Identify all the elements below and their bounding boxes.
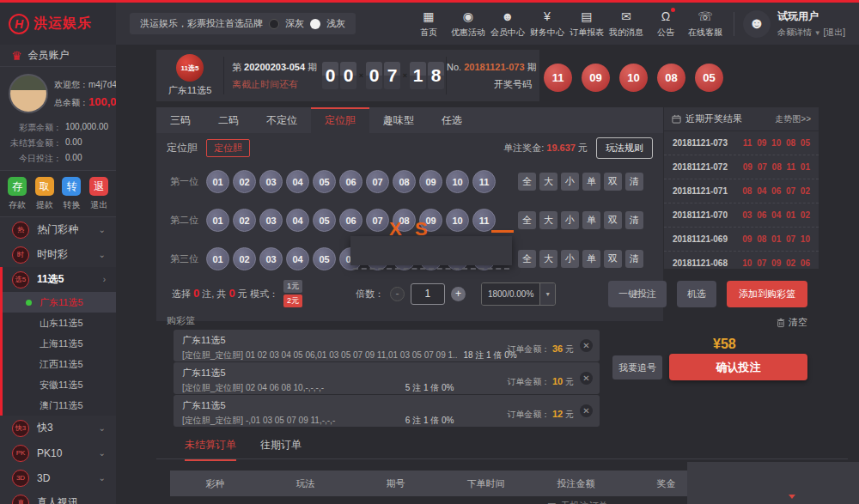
dark-theme-label[interactable]: 深灰	[285, 17, 304, 30]
number-ball[interactable]: 04	[286, 247, 309, 270]
menu-item[interactable]: 真 真人视讯	[0, 490, 116, 504]
chevron-down-icon[interactable]: ▼	[814, 29, 821, 37]
wallet-action[interactable]: 存 存款	[8, 177, 27, 211]
number-ball[interactable]: 03	[259, 170, 283, 193]
quick-select-button[interactable]: 大	[539, 250, 557, 268]
number-ball[interactable]: 05	[313, 170, 336, 193]
number-ball[interactable]: 04	[286, 209, 309, 232]
logout-link[interactable]: [退出]	[823, 27, 845, 37]
remove-item-button[interactable]: ✕	[580, 339, 593, 352]
quick-select-button[interactable]: 大	[539, 173, 557, 191]
quick-select-button[interactable]: 全	[518, 250, 536, 268]
multiplier-input[interactable]	[411, 283, 445, 305]
number-ball[interactable]: 06	[339, 170, 362, 193]
order-tab[interactable]: 未结算订单	[185, 438, 236, 461]
order-tab[interactable]: 往期订单	[260, 438, 302, 461]
trend-chart-link[interactable]: 走势图>>	[775, 113, 811, 125]
number-ball[interactable]: 04	[286, 170, 309, 193]
number-ball[interactable]: 02	[233, 247, 256, 270]
mode-2yuan-badge[interactable]: 2元	[283, 295, 302, 307]
add-to-basket-button[interactable]: 添加到购彩篮	[727, 281, 807, 307]
number-ball[interactable]: 03	[259, 247, 283, 270]
mode-1yuan-badge[interactable]: 1元	[283, 280, 302, 293]
quick-select-button[interactable]: 双	[604, 173, 622, 191]
number-ball[interactable]: 07	[366, 170, 389, 193]
number-ball[interactable]: 05	[313, 209, 336, 232]
balance-detail-link[interactable]: 余额详情	[777, 27, 812, 37]
number-ball[interactable]: 06	[339, 209, 362, 232]
rules-button[interactable]: 玩法规则	[596, 137, 653, 159]
menu-item[interactable]: 时 时时彩 ⌄	[0, 242, 116, 267]
quick-select-button[interactable]: 小	[561, 173, 579, 191]
menu-item[interactable]: PK PK10 ⌄	[0, 440, 116, 465]
logo[interactable]: H 洪运娱乐	[0, 3, 116, 45]
remove-item-button[interactable]: ✕	[580, 404, 593, 417]
quick-select-button[interactable]: 单	[582, 211, 600, 229]
menu-item[interactable]: 快3 快3 ⌄	[0, 416, 116, 440]
number-ball[interactable]: 11	[472, 209, 496, 232]
number-ball[interactable]: 02	[233, 209, 256, 232]
nav-item[interactable]: ▤ 订单报表	[567, 9, 606, 39]
quick-select-button[interactable]: 清	[625, 211, 643, 229]
submenu-item[interactable]: 安徽11选5	[3, 374, 116, 395]
wallet-action[interactable]: 取 提款	[35, 177, 54, 211]
quick-select-button[interactable]: 全	[518, 173, 536, 191]
nav-item[interactable]: ☻ 会员中心	[488, 9, 527, 39]
menu-item[interactable]: 3D 3D ⌄	[0, 465, 116, 490]
number-ball[interactable]: 11	[472, 170, 496, 193]
number-ball[interactable]: 10	[446, 170, 469, 193]
quick-select-button[interactable]: 大	[539, 211, 557, 229]
quick-select-button[interactable]: 单	[582, 250, 600, 268]
nav-item[interactable]: Ω 公告	[646, 9, 685, 39]
quick-select-button[interactable]: 单	[582, 173, 600, 191]
number-ball[interactable]: 01	[206, 247, 229, 270]
number-ball[interactable]: 08	[393, 170, 416, 193]
multiplier-plus-button[interactable]: +	[451, 287, 466, 301]
number-ball[interactable]: 10	[446, 209, 469, 232]
number-ball[interactable]: 07	[366, 209, 389, 232]
multiplier-minus-button[interactable]: -	[390, 287, 405, 301]
quick-select-button[interactable]: 全	[518, 211, 536, 229]
dark-theme-dot[interactable]	[269, 19, 279, 29]
confirm-bet-button[interactable]: 确认投注	[669, 354, 807, 380]
quick-select-button[interactable]: 双	[604, 211, 622, 229]
submenu-item[interactable]: 江西11选5	[3, 354, 116, 374]
number-ball[interactable]: 05	[313, 247, 336, 270]
number-ball[interactable]: 09	[419, 170, 442, 193]
chase-number-button[interactable]: 我要追号	[612, 355, 662, 380]
header-avatar[interactable]: ☻	[743, 10, 771, 38]
nav-item[interactable]: ¥ 财务中心	[527, 9, 567, 39]
quick-bet-button[interactable]: 一键投注	[608, 281, 667, 307]
light-theme-dot[interactable]	[310, 19, 320, 29]
quick-select-button[interactable]: 小	[561, 211, 579, 229]
play-tab[interactable]: 三码	[156, 107, 204, 133]
number-ball[interactable]: 01	[206, 170, 229, 193]
light-theme-label[interactable]: 浅灰	[326, 17, 345, 30]
remove-item-button[interactable]: ✕	[580, 372, 593, 385]
play-tab[interactable]: 任选	[428, 107, 476, 133]
quick-select-button[interactable]: 清	[625, 173, 643, 191]
quick-select-button[interactable]: 双	[604, 250, 622, 268]
play-tab[interactable]: 定位胆	[311, 107, 369, 133]
menu-item-11x5[interactable]: 选5 11选5 ›	[3, 267, 116, 292]
play-tab[interactable]: 不定位	[253, 107, 311, 133]
number-ball[interactable]: 01	[206, 209, 229, 232]
nav-item[interactable]: ◉ 优惠活动	[448, 9, 488, 39]
play-tab[interactable]: 趣味型	[369, 107, 428, 133]
submenu-item[interactable]: 澳门11选5	[3, 395, 116, 416]
play-tab[interactable]: 二码	[204, 107, 253, 133]
play-chip[interactable]: 定位胆	[206, 139, 250, 157]
nav-item[interactable]: ☏ 在线客服	[685, 9, 725, 39]
submenu-item[interactable]: 上海11选5	[3, 333, 116, 354]
quick-select-button[interactable]: 小	[561, 250, 579, 268]
wallet-action[interactable]: 退 退出	[89, 177, 108, 211]
menu-item[interactable]: 热 热门彩种 ⌄	[0, 217, 116, 242]
nav-item[interactable]: ▦ 首页	[409, 9, 448, 39]
submenu-item[interactable]: 广东11选5	[3, 292, 116, 313]
rebate-select[interactable]: 1800/0.00% ▼	[481, 282, 556, 306]
number-ball[interactable]: 02	[233, 170, 256, 193]
nav-item[interactable]: ✉ 我的消息	[606, 9, 646, 39]
submenu-item[interactable]: 山东11选5	[3, 313, 116, 333]
random-pick-button[interactable]: 机选	[677, 281, 716, 307]
number-ball[interactable]: 03	[259, 209, 283, 232]
